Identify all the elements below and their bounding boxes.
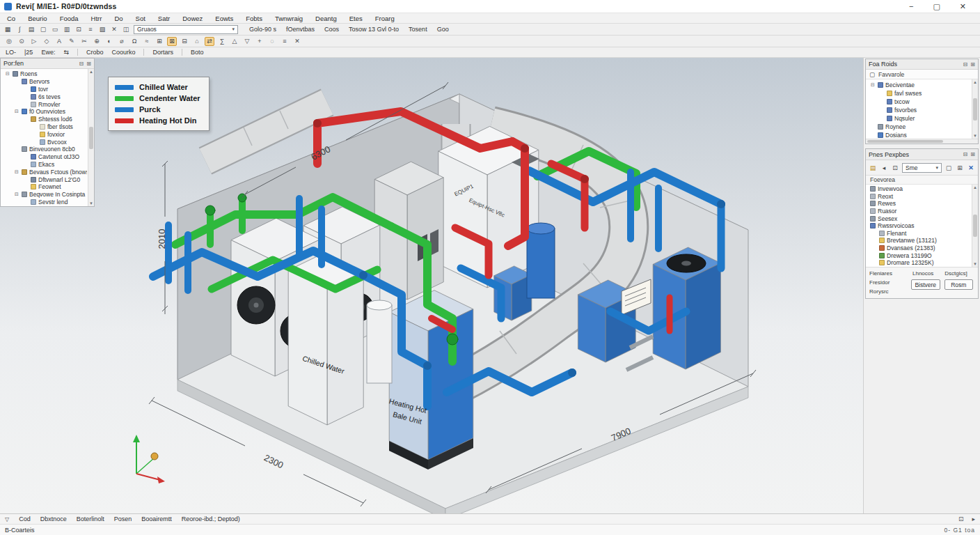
properties-tool-icon[interactable]: ⊞ (955, 163, 965, 172)
tool-icon[interactable]: ⊟ (180, 37, 189, 46)
properties-list-item[interactable]: Rwssrvoicoas (867, 222, 970, 230)
menu-item[interactable]: Twnwraig (275, 15, 303, 22)
tree-item[interactable]: fovxior (2, 130, 87, 138)
properties-scrollbar[interactable]: ▲ ▼ (972, 185, 978, 267)
tool-icon[interactable]: ✎ (67, 37, 77, 46)
toolbar-icon[interactable]: ▧ (97, 25, 107, 34)
menu-item[interactable]: Dowez (182, 15, 203, 22)
tree-item[interactable]: ⊟ f0 Ounvviotes (2, 108, 87, 116)
tree-item[interactable]: Bervors (2, 78, 87, 86)
properties-tool-icon[interactable]: ▤ (868, 163, 878, 172)
expand-icon[interactable]: ⊟ (14, 109, 19, 114)
tree-item[interactable]: Dftvwnarl L2'G0 (2, 176, 87, 183)
tool-icon[interactable]: ⇄ (205, 37, 214, 46)
tool-icon[interactable]: ⊞ (155, 37, 164, 46)
expand-icon[interactable]: ⊟ (5, 71, 10, 77)
toolbar-icon[interactable]: ≡ (86, 25, 95, 34)
toolbar-text-button[interactable]: Coos (324, 26, 339, 33)
panel-pin-icon[interactable]: ⊟ (963, 151, 968, 157)
expand-icon[interactable]: ⊟ (14, 192, 19, 197)
scroll-thumb[interactable] (89, 127, 93, 149)
tool-icon[interactable]: ∑ (217, 37, 227, 46)
tree-item[interactable]: ⊟ Bevaus Fctous (bnows) (2, 168, 87, 176)
properties-list-item[interactable]: Flenant (867, 230, 970, 238)
tree-item[interactable]: ⊟ Beqvowe In Cosinpta (2, 191, 87, 199)
views-tree-item[interactable]: Dosians (867, 131, 970, 139)
tree-item[interactable]: Shtesss lod6 (2, 116, 87, 123)
properties-list-item[interactable]: Ruasor (867, 208, 970, 215)
properties-tool-icon[interactable]: ✕ (966, 163, 976, 172)
toolbar-text-button[interactable]: Tosent (409, 26, 427, 33)
scroll-down-icon[interactable]: ▼ (973, 134, 977, 138)
footer-button[interactable]: Rosm (945, 279, 974, 290)
expand-icon[interactable]: ⊟ (870, 82, 876, 88)
properties-list-item[interactable]: Drewera 13199O (867, 251, 970, 259)
tool-icon[interactable]: ✕ (292, 37, 302, 46)
toolbar-icon[interactable]: ▦ (3, 25, 13, 34)
tool-icon[interactable]: A (54, 37, 64, 46)
menu-item[interactable]: Deantg (315, 15, 337, 22)
tool-icon[interactable]: △ (230, 37, 239, 46)
option-item[interactable]: Boto (191, 49, 204, 56)
favorites-row[interactable]: ▢ Favvarole (866, 70, 978, 79)
expand-icon[interactable]: ⊟ (14, 169, 19, 175)
menu-item[interactable]: Fooda (60, 15, 79, 22)
zoom-controls[interactable]: 0- G1 toa (945, 527, 975, 534)
views-tree-item[interactable]: txcow (867, 98, 970, 106)
filter-combobox[interactable]: Sme ▾ (902, 163, 942, 173)
scroll-down-icon[interactable]: ▼ (973, 262, 977, 266)
tree-item[interactable]: Ekacs (2, 161, 87, 169)
tree-item[interactable]: Rmovler (2, 100, 87, 108)
views-tree-item[interactable]: favl swses (867, 89, 970, 98)
tree-item[interactable]: fber tlsots (2, 123, 87, 131)
3d-viewport[interactable]: 6300 2010 2300 7900 (0, 58, 863, 513)
scroll-up-icon[interactable]: ▲ (973, 185, 977, 189)
tree-item[interactable]: ⊟ Roens (2, 70, 87, 78)
option-item[interactable]: ⇆ (63, 49, 78, 56)
filter-icon[interactable]: ▽ (5, 516, 9, 522)
menu-item[interactable]: Htrr (91, 15, 102, 22)
tree-item[interactable]: Cavtenut otJ3O (2, 153, 87, 161)
menu-item[interactable]: Eowts (215, 15, 233, 22)
tool-icon[interactable]: ⊕ (92, 37, 102, 46)
toolbar-icon[interactable]: ✕ (109, 25, 119, 34)
tree-item[interactable]: Bvcoox (2, 138, 87, 146)
properties-list-item[interactable]: Invewvoa (867, 185, 970, 193)
tree-item[interactable]: tovr (2, 86, 87, 93)
option-item[interactable]: Dortars (152, 49, 182, 56)
menu-item[interactable]: Froarg (375, 15, 395, 22)
browser-scrollbar[interactable]: ▲ ▼ (88, 69, 94, 206)
tree-item[interactable]: 6s teves (2, 93, 87, 100)
menu-item[interactable]: Etes (349, 15, 363, 22)
option-item[interactable]: Crobo (86, 49, 104, 56)
panel-menu-icon[interactable]: ⊞ (86, 61, 91, 67)
tree-item[interactable]: Binveuonen 8cb0 (2, 146, 87, 153)
tool-icon[interactable]: ⌀ (117, 37, 127, 46)
views-tree-item[interactable]: fsvorbes (867, 106, 970, 114)
tool-icon[interactable]: ⌂ (192, 37, 202, 46)
tree-item[interactable]: Sevstr lend (2, 199, 87, 206)
properties-list-item[interactable]: Brevtanwe (13121) (867, 237, 970, 245)
scroll-thumb[interactable] (867, 140, 943, 143)
toolbar-icon[interactable]: ⊡ (74, 25, 84, 34)
toolbar-text-button[interactable]: Goo (437, 26, 449, 33)
properties-tool-icon[interactable]: ▢ (944, 163, 954, 172)
option-item[interactable]: LO- (6, 49, 16, 56)
tool-icon[interactable]: ⊙ (17, 37, 26, 46)
menu-item[interactable]: Beurio (28, 15, 47, 22)
tool-icon[interactable]: ◌ (267, 37, 277, 46)
toolbar-icon[interactable]: ◫ (121, 25, 131, 34)
toolbar-text-button[interactable]: fOenvtbas (286, 26, 315, 33)
option-item[interactable]: Coourko (111, 49, 144, 56)
menu-item[interactable]: Satr (158, 15, 170, 22)
toolbar-icon[interactable]: ∫ (15, 25, 24, 34)
properties-list-item[interactable]: Reoxt (867, 193, 970, 201)
option-item[interactable]: Ewe: (41, 49, 55, 56)
footer-button[interactable]: Bistvere (911, 279, 940, 290)
tool-icon[interactable]: ≈ (142, 37, 152, 46)
views-hscrollbar[interactable] (866, 139, 978, 144)
menu-item[interactable]: Co (7, 15, 15, 22)
tool-icon[interactable]: ✂ (79, 37, 89, 46)
tool-icon[interactable]: ◇ (42, 37, 52, 46)
tool-icon[interactable]: ⊠ (167, 37, 177, 46)
